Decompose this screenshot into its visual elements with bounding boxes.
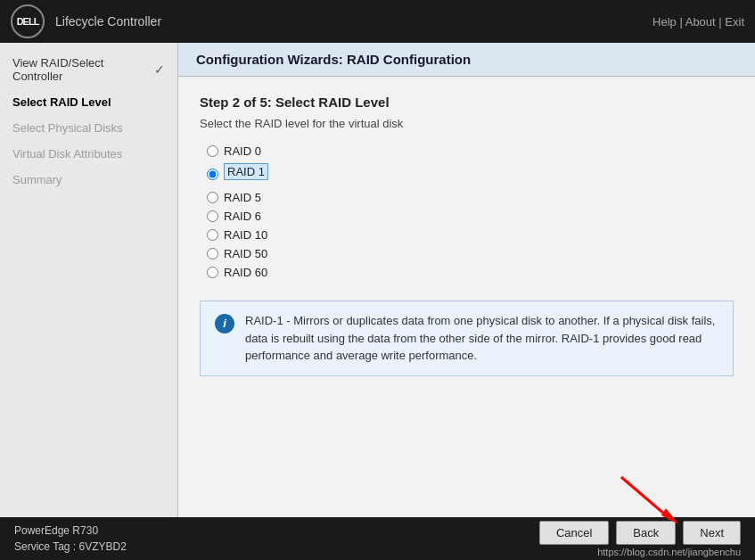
raid1-radio[interactable]	[207, 169, 218, 180]
content-header-title: Configuration Wizards: RAID Configuratio…	[196, 52, 471, 67]
sidebar-item-select-raid-level[interactable]: Select RAID Level	[0, 89, 177, 115]
exit-link[interactable]: Exit	[725, 15, 744, 29]
main-layout: View RAID/Select Controller ✓ Select RAI…	[0, 43, 755, 517]
raid-options: RAID 0 RAID 1 RAID 5 RAID 6	[207, 144, 734, 279]
raid5-label: RAID 5	[224, 191, 261, 204]
footer-right-container: Cancel Back Next https://blog.csdn.net/j…	[539, 521, 741, 557]
cancel-button[interactable]: Cancel	[539, 521, 609, 545]
sidebar-item-summary[interactable]: Summary	[0, 167, 177, 193]
raid6-label: RAID 6	[224, 210, 261, 223]
back-button[interactable]: Back	[616, 521, 676, 545]
next-button[interactable]: Next	[683, 521, 741, 545]
help-link[interactable]: Help	[652, 15, 677, 29]
select-raid-level-label: Select RAID Level	[12, 95, 111, 109]
info-icon: i	[215, 314, 234, 334]
info-box: i RAID-1 - Mirrors or duplicates data fr…	[200, 301, 734, 376]
sidebar-item-view-raid[interactable]: View RAID/Select Controller ✓	[0, 50, 177, 89]
sidebar-item-virtual-disk-attributes[interactable]: Virtual Disk Attributes	[0, 141, 177, 167]
raid6-option[interactable]: RAID 6	[207, 210, 734, 223]
check-icon: ✓	[154, 62, 165, 77]
raid60-option[interactable]: RAID 60	[207, 266, 734, 279]
sidebar-item-select-physical-disks[interactable]: Select Physical Disks	[0, 115, 177, 141]
footer-url: https://blog.csdn.net/jiangbenchu	[597, 547, 741, 557]
select-physical-disks-label: Select Physical Disks	[12, 121, 123, 135]
raid10-label: RAID 10	[224, 228, 267, 242]
raid50-label: RAID 50	[224, 247, 267, 260]
step-subtitle: Select the RAID level for the virtual di…	[200, 117, 734, 130]
info-text: RAID-1 - Mirrors or duplicates data from…	[245, 312, 718, 365]
raid50-option[interactable]: RAID 50	[207, 247, 734, 260]
content-body: Step 2 of 5: Select RAID Level Select th…	[178, 77, 755, 517]
raid0-label: RAID 0	[224, 144, 261, 158]
raid10-option[interactable]: RAID 10	[207, 228, 734, 242]
raid5-radio[interactable]	[207, 192, 218, 203]
header: DELL Lifecycle Controller Help | About |…	[0, 0, 755, 43]
raid0-option[interactable]: RAID 0	[207, 144, 734, 158]
product-name: PowerEdge R730	[14, 523, 127, 539]
header-links: Help | About | Exit	[652, 15, 744, 29]
raid0-radio[interactable]	[207, 145, 218, 157]
about-link[interactable]: About	[685, 15, 716, 29]
raid10-radio[interactable]	[207, 229, 218, 241]
raid1-label: RAID 1	[224, 163, 268, 180]
footer-left: PowerEdge R730 Service Tag : 6VZYBD2	[14, 523, 127, 555]
virtual-disk-attributes-label: Virtual Disk Attributes	[12, 147, 122, 161]
view-raid-label: View RAID/Select Controller	[12, 56, 149, 83]
raid5-option[interactable]: RAID 5	[207, 191, 734, 204]
raid1-option[interactable]: RAID 1	[207, 163, 734, 185]
header-left: DELL Lifecycle Controller	[11, 4, 161, 38]
footer-buttons: Cancel Back Next	[539, 521, 741, 545]
header-title: Lifecycle Controller	[55, 14, 161, 29]
dell-logo: DELL	[11, 4, 45, 38]
service-tag: Service Tag : 6VZYBD2	[14, 539, 127, 555]
raid6-radio[interactable]	[207, 210, 218, 222]
content-header: Configuration Wizards: RAID Configuratio…	[178, 43, 755, 77]
content-area: Configuration Wizards: RAID Configuratio…	[178, 43, 755, 517]
raid50-radio[interactable]	[207, 248, 218, 259]
sidebar: View RAID/Select Controller ✓ Select RAI…	[0, 43, 178, 517]
next-button-container: Next	[683, 521, 741, 545]
footer: PowerEdge R730 Service Tag : 6VZYBD2 Can…	[0, 517, 755, 560]
raid60-label: RAID 60	[224, 266, 267, 279]
summary-label: Summary	[12, 173, 62, 186]
raid60-radio[interactable]	[207, 267, 218, 278]
step-title: Step 2 of 5: Select RAID Level	[200, 95, 734, 110]
